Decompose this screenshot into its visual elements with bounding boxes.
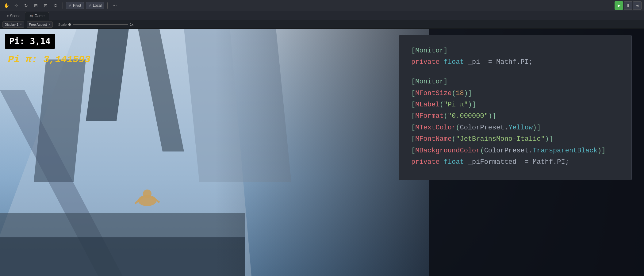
scale-slider-track[interactable]: [73, 24, 128, 25]
pivot-check-icon: ✓: [69, 3, 72, 8]
display-arrow-icon: ▼: [20, 23, 22, 26]
scale-slider-thumb[interactable]: [68, 23, 71, 26]
transform-tool-icon[interactable]: ✲: [52, 2, 59, 10]
monitor-pi-simple: Pi: 3,14: [5, 34, 55, 49]
code-line-9: [MBackgroundColor(ColorPreset.Transparen…: [411, 145, 619, 156]
pause-button[interactable]: ⏸: [624, 1, 632, 10]
tab-bar: # Scene 🎮 Game: [0, 11, 644, 20]
move-tool-icon[interactable]: ⊹: [12, 2, 20, 10]
separator-1: [63, 2, 63, 9]
scale-value: 1x: [130, 23, 133, 26]
code-line-10: private float _piFormatted = Mathf.PI;: [411, 156, 619, 168]
svg-rect-8: [0, 237, 245, 276]
display-selector[interactable]: Display 1 ▼: [2, 21, 24, 28]
svg-point-10: [143, 190, 151, 198]
code-line-3: [Monitor]: [411, 76, 619, 87]
pause-icon: ⏸: [626, 3, 630, 8]
play-icon: ▶: [618, 3, 620, 8]
scale-label: Scale: [58, 23, 67, 26]
separator-2: [107, 2, 108, 9]
code-line-8: [MFontName("JetBrainsMono-Italic")]: [411, 133, 619, 145]
pi-simple-value: Pi: 3,14: [9, 36, 51, 46]
local-button[interactable]: ✓ Local: [86, 2, 105, 9]
aspect-selector[interactable]: Free Aspect ▼: [27, 21, 53, 28]
aspect-label: Free Aspect: [29, 23, 47, 26]
tab-game[interactable]: 🎮 Game: [25, 12, 49, 20]
scale-tool-icon[interactable]: ⊞: [32, 2, 40, 10]
game-viewport: Pi: 3,14 Pi π: 3,141593 [Monitor] privat…: [0, 29, 644, 276]
pivot-label: Pivot: [73, 3, 81, 8]
display-bar: Display 1 ▼ Free Aspect ▼ Scale 1x: [0, 20, 644, 29]
game-tab-label: Game: [35, 14, 45, 18]
main-content: Pi: 3,14 Pi π: 3,141593 [Monitor] privat…: [0, 29, 644, 276]
monitor-pi-formatted: Pi π: 3,141593: [5, 52, 94, 67]
scale-control: Scale 1x: [55, 23, 133, 26]
rotate-tool-icon[interactable]: ↻: [22, 2, 30, 10]
local-check-icon: ✓: [89, 3, 92, 8]
aspect-arrow-icon: ▼: [48, 23, 51, 26]
code-line-5: [MLabel("Pi π")]: [411, 99, 619, 110]
pivot-button[interactable]: ✓ Pivot: [66, 2, 84, 9]
play-button[interactable]: ▶: [615, 1, 623, 10]
play-controls: ▶ ⏸ ⏭: [615, 1, 642, 10]
code-blank-1: [411, 68, 619, 76]
toolbar: ✋ ⊹ ↻ ⊞ ⊡ ✲ ✓ Pivot ✓ Local ⋯ ▶ ⏸ ⏭: [0, 0, 644, 11]
scene-tab-label: Scene: [10, 14, 21, 18]
grid-icon[interactable]: ⋯: [111, 2, 119, 10]
game-tab-icon: 🎮: [29, 14, 33, 18]
code-line-1: [Monitor]: [411, 45, 619, 56]
tab-scene[interactable]: # Scene: [2, 12, 25, 20]
code-line-4: [MFontSize(18)]: [411, 88, 619, 99]
pi-formatted-value: Pi π: 3,141593: [8, 54, 90, 65]
scene-tab-icon: #: [7, 14, 9, 18]
hand-tool-icon[interactable]: ✋: [2, 2, 10, 10]
code-line-2: private float _pi = Mathf.PI;: [411, 56, 619, 68]
step-icon: ⏭: [635, 3, 639, 8]
rect-tool-icon[interactable]: ⊡: [42, 2, 50, 10]
code-line-6: [MFormat("0.000000")]: [411, 110, 619, 122]
code-line-7: [MTextColor(ColorPreset.Yellow)]: [411, 122, 619, 133]
local-label: Local: [93, 3, 102, 8]
code-panel: [Monitor] private float _pi = Mathf.PI; …: [399, 35, 632, 180]
step-button[interactable]: ⏭: [633, 1, 642, 10]
display-label: Display 1: [5, 23, 18, 26]
